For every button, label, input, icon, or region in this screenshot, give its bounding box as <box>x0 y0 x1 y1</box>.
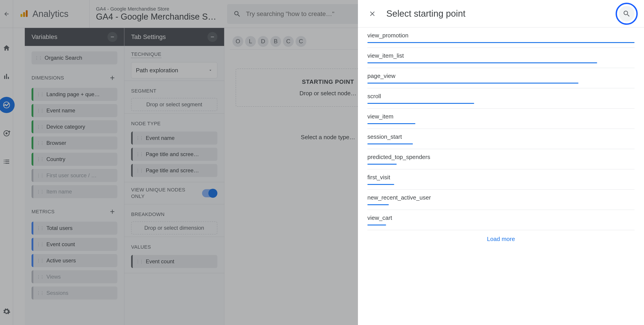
event-bar <box>368 103 474 104</box>
event-row[interactable]: view_item <box>368 108 634 129</box>
event-row[interactable]: first_visit <box>368 169 634 190</box>
dialog-search-button[interactable] <box>619 6 634 22</box>
event-name: view_promotion <box>368 32 634 39</box>
close-dialog-button[interactable] <box>368 9 377 19</box>
event-bar <box>368 164 397 165</box>
dialog-header: Select starting point <box>358 0 644 28</box>
event-name: first_visit <box>368 174 634 181</box>
event-bar <box>368 144 413 144</box>
event-bar <box>368 123 415 124</box>
event-bar <box>368 204 389 205</box>
event-name: view_cart <box>368 214 634 222</box>
event-bar <box>368 184 394 185</box>
event-row[interactable]: scroll <box>368 88 634 108</box>
event-row[interactable]: view_cart <box>368 210 634 230</box>
event-name: session_start <box>368 133 634 140</box>
event-name: predicted_top_spenders <box>368 154 634 160</box>
dialog-title: Select starting point <box>386 8 465 19</box>
event-row[interactable]: predicted_top_spenders <box>368 149 634 169</box>
event-row[interactable]: new_recent_active_user <box>368 190 634 210</box>
event-row[interactable]: view_item_list <box>368 48 634 68</box>
event-bar <box>368 224 386 226</box>
event-name: view_item_list <box>368 52 634 59</box>
event-name: page_view <box>368 72 634 80</box>
dialog-event-list: view_promotionview_item_listpage_viewscr… <box>358 28 644 325</box>
event-row[interactable]: view_promotion <box>368 28 634 48</box>
event-bar <box>368 83 578 84</box>
search-icon <box>622 10 631 18</box>
event-name: view_item <box>368 113 634 120</box>
event-bar <box>368 62 597 63</box>
event-row[interactable]: session_start <box>368 129 634 149</box>
event-name: scroll <box>368 93 634 100</box>
load-more-button[interactable]: Load more <box>368 230 634 256</box>
close-icon <box>368 10 376 18</box>
event-row[interactable]: page_view <box>368 68 634 88</box>
event-bar <box>368 42 634 43</box>
event-name: new_recent_active_user <box>368 194 634 201</box>
starting-point-dialog: Select starting point view_promotionview… <box>358 0 644 325</box>
